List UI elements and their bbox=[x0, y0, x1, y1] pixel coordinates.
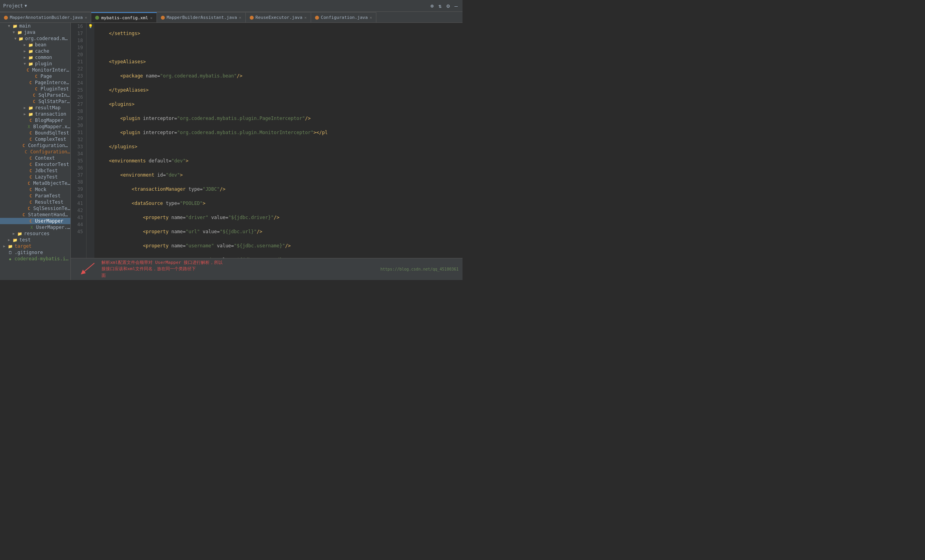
tree-arrow: ▼ bbox=[13, 37, 18, 41]
java-icon bbox=[315, 16, 319, 20]
bottom-bar: 解析xml配置文件会顺带对 UserMapper 接口进行解析，所以接接口应该和… bbox=[71, 258, 462, 280]
main-content: ▼ 📁 main ▼ 📁 java ▼ 📁 org.coderead.mybat… bbox=[0, 23, 462, 280]
tree-item-SqlSessionTest[interactable]: C SqlSessionTest bbox=[0, 205, 70, 212]
bottom-url: https://blog.csdn.net/qq_45100361 bbox=[380, 267, 459, 271]
tree-arrow: ▶ bbox=[6, 238, 12, 242]
tree-item-Context[interactable]: C Context bbox=[0, 155, 70, 161]
tree-arrow: ▶ bbox=[22, 112, 28, 116]
tree-arrow: ▶ bbox=[22, 43, 28, 47]
bottom-message-line2: 面 bbox=[101, 273, 224, 279]
minimize-icon[interactable]: — bbox=[453, 2, 459, 10]
java-class-icon: C bbox=[28, 174, 34, 180]
editor: 16 17 18 19 20 21 22 23 24 25 26 27 28 2… bbox=[71, 23, 462, 280]
project-dropdown-icon[interactable]: ▼ bbox=[25, 4, 27, 8]
tree-item-UserMapper-xml[interactable]: X UserMapper.xml bbox=[0, 224, 70, 230]
tree-item-bean[interactable]: ▶ 📁 bean bbox=[0, 42, 70, 48]
tree-item-StatementHandlerTest[interactable]: C StatementHandlerTest bbox=[0, 212, 70, 218]
tree-item-SqlParseInfo[interactable]: C SqlParseInfo bbox=[0, 92, 70, 98]
xml-icon bbox=[95, 16, 99, 20]
tree-item-SqlStatParse[interactable]: C SqlStatParse bbox=[0, 98, 70, 105]
code-area[interactable]: 16 17 18 19 20 21 22 23 24 25 26 27 28 2… bbox=[71, 23, 462, 258]
bulb-icon[interactable]: 💡 bbox=[87, 23, 94, 30]
tree-item-test[interactable]: ▶ 📁 test bbox=[0, 237, 70, 243]
code-line-24: </plugins> bbox=[98, 143, 459, 150]
tab-close-icon[interactable]: ✕ bbox=[304, 15, 307, 20]
tree-item-LazyTest[interactable]: C LazyTest bbox=[0, 174, 70, 180]
tab-label: ReuseExecutor.java bbox=[256, 15, 302, 20]
code-line-25: <environments default="dev"> bbox=[98, 157, 459, 164]
tree-item-ConfigurationFactory[interactable]: C ConfigurationFactory bbox=[0, 142, 70, 149]
tab-close-icon[interactable]: ✕ bbox=[239, 15, 241, 20]
tree-label: BlogMapper bbox=[35, 118, 63, 123]
tab-mybatis-config[interactable]: mybatis-config.xml ✕ bbox=[91, 12, 157, 22]
tab-reuse-executor[interactable]: ReuseExecutor.java ✕ bbox=[246, 12, 311, 22]
tree-item-Page[interactable]: C Page bbox=[0, 73, 70, 79]
tree-item-Mock[interactable]: C Mock bbox=[0, 186, 70, 193]
tab-close-icon[interactable]: ✕ bbox=[85, 15, 87, 20]
tree-label: SqlSessionTest bbox=[33, 206, 70, 211]
code-line-28: <dataSource type="POOLED"> bbox=[98, 200, 459, 207]
annotation-arrow bbox=[75, 261, 98, 277]
tree-item-PluginTest[interactable]: C PluginTest bbox=[0, 86, 70, 92]
java-class-icon: C bbox=[28, 168, 34, 173]
folder-icon: 📁 bbox=[17, 231, 23, 236]
tree-item-target[interactable]: ▶ 📁 target bbox=[0, 243, 70, 249]
tree-item-BlogMapper[interactable]: C BlogMapper bbox=[0, 117, 70, 123]
tree-item-resultMap[interactable]: ▶ 📁 resultMap bbox=[0, 105, 70, 111]
tree-label: MetaObjectTest bbox=[33, 181, 70, 186]
tree-label: UserMapper.xml bbox=[36, 225, 70, 230]
tree-label: PluginTest bbox=[41, 86, 69, 92]
tree-label: resources bbox=[24, 231, 50, 236]
tab-close-icon[interactable]: ✕ bbox=[150, 16, 153, 20]
java-class-icon: C bbox=[28, 155, 34, 161]
sync-icon[interactable]: ⊕ bbox=[429, 2, 435, 10]
tree-item-org[interactable]: ▼ 📁 org.coderead.mybatis bbox=[0, 35, 70, 42]
tree-item-gitignore[interactable]: 🗒 .gitignore bbox=[0, 249, 70, 256]
tree-item-ComplexTest[interactable]: C ComplexTest bbox=[0, 136, 70, 142]
tree-label: BlogMapper.xml bbox=[33, 124, 70, 129]
tree-item-ResultTest[interactable]: C ResultTest bbox=[0, 199, 70, 205]
tab-mapper-annotation-builder[interactable]: MapperAnnotationBuilder.java ✕ bbox=[0, 12, 91, 22]
tree-label: StatementHandlerTest bbox=[28, 212, 70, 217]
tree-item-UserMapper[interactable]: C UserMapper bbox=[0, 218, 70, 224]
tree-item-common[interactable]: ▶ 📁 common bbox=[0, 54, 70, 61]
folder-icon: 📁 bbox=[12, 23, 18, 29]
tree-item-ConfigurationTest[interactable]: C ConfigurationTest bbox=[0, 149, 70, 155]
tree-item-main[interactable]: ▼ 📁 main bbox=[0, 23, 70, 29]
tree-label: ConfigurationTest bbox=[30, 149, 70, 155]
code-content[interactable]: </settings> <typeAliases> <package name=… bbox=[94, 23, 462, 258]
tree-item-plugin[interactable]: ▼ 📁 plugin bbox=[0, 61, 70, 67]
tree-label: UserMapper bbox=[35, 218, 63, 224]
bottom-message-line1: 解析xml配置文件会顺带对 UserMapper 接口进行解析，所以接接口应该和… bbox=[101, 260, 224, 273]
tree-item-resources[interactable]: ▶ 📁 resources bbox=[0, 230, 70, 237]
tree-item-iml[interactable]: ◆ coderead-mybatis.iml bbox=[0, 256, 70, 262]
tree-item-cache[interactable]: ▶ 📁 cache bbox=[0, 48, 70, 54]
tree-item-MonitorInterceptor[interactable]: C MonitorInterceptor bbox=[0, 67, 70, 73]
tree-item-BlogMapper-xml[interactable]: X BlogMapper.xml bbox=[0, 123, 70, 130]
settings-icon[interactable]: ⚙ bbox=[445, 2, 451, 10]
layout-icon[interactable]: ⇅ bbox=[437, 2, 443, 10]
tree-item-ExecutorTest[interactable]: C ExecutorTest bbox=[0, 161, 70, 168]
folder-icon: 📁 bbox=[12, 237, 18, 243]
tree-item-MetaObjectTest[interactable]: C MetaObjectTest bbox=[0, 180, 70, 186]
java-class-icon: C bbox=[20, 212, 27, 217]
tree-item-BoundSqlTest[interactable]: C BoundSqlTest bbox=[0, 130, 70, 136]
tree-item-PageInterceptor[interactable]: C PageInterceptor bbox=[0, 79, 70, 86]
tab-configuration[interactable]: Configuration.java ✕ bbox=[311, 12, 376, 22]
tree-label: bean bbox=[35, 42, 46, 48]
tree-label: ComplexTest bbox=[35, 136, 66, 142]
tree-arrow: ▶ bbox=[22, 55, 28, 59]
tree-item-transaction[interactable]: ▶ 📁 transaction bbox=[0, 111, 70, 117]
tree-label: transaction bbox=[35, 111, 66, 117]
tree-item-java[interactable]: ▼ 📁 java bbox=[0, 29, 70, 35]
svg-line-0 bbox=[83, 263, 94, 273]
iml-icon: ◆ bbox=[7, 256, 13, 262]
tab-close-icon[interactable]: ✕ bbox=[370, 15, 372, 20]
tab-mapper-builder-assistant[interactable]: MapperBuilderAssistant.java ✕ bbox=[157, 12, 246, 22]
tree-label: Mock bbox=[35, 187, 46, 192]
tree-label: java bbox=[24, 29, 35, 35]
java-class-icon: C bbox=[28, 162, 34, 167]
tree-item-JdbcTest[interactable]: C JdbcTest bbox=[0, 168, 70, 174]
project-label[interactable]: Project bbox=[3, 3, 23, 9]
tree-item-ParamTest[interactable]: C ParamTest bbox=[0, 193, 70, 199]
